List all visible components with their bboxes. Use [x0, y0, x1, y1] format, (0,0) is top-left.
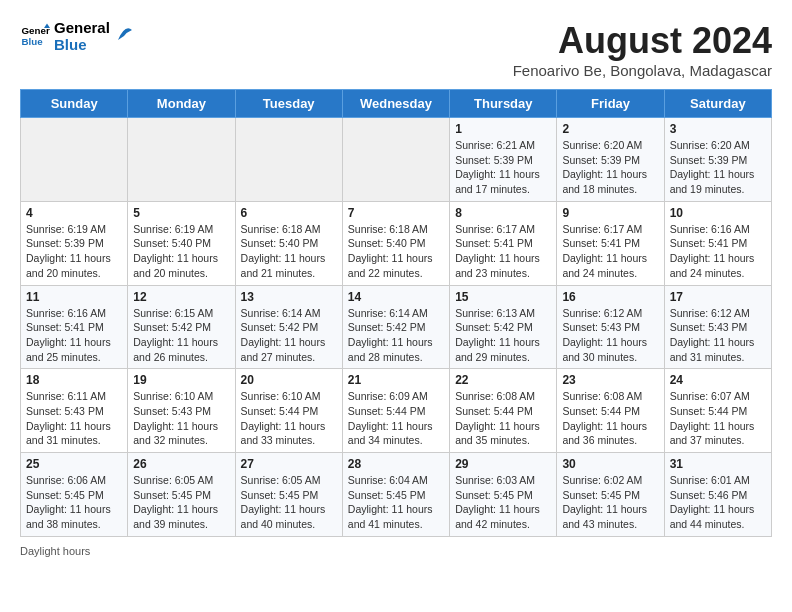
- calendar-cell: 14 Sunrise: 6:14 AM Sunset: 5:42 PM Dayl…: [342, 285, 449, 369]
- day-info: Sunrise: 6:01 AM Sunset: 5:46 PM Dayligh…: [670, 473, 766, 532]
- day-number: 29: [455, 457, 551, 471]
- calendar-cell: 16 Sunrise: 6:12 AM Sunset: 5:43 PM Dayl…: [557, 285, 664, 369]
- sunrise-label: Sunrise: 6:06 AM: [26, 474, 106, 486]
- day-info: Sunrise: 6:16 AM Sunset: 5:41 PM Dayligh…: [26, 306, 122, 365]
- daylight-info: Daylight: 11 hours and 40 minutes.: [241, 503, 326, 530]
- daylight-info: Daylight: 11 hours and 44 minutes.: [670, 503, 755, 530]
- logo-blue: Blue: [54, 37, 110, 54]
- sunrise-label: Sunrise: 6:20 AM: [670, 139, 750, 151]
- calendar-cell: 30 Sunrise: 6:02 AM Sunset: 5:45 PM Dayl…: [557, 453, 664, 537]
- day-number: 25: [26, 457, 122, 471]
- calendar-cell: 4 Sunrise: 6:19 AM Sunset: 5:39 PM Dayli…: [21, 201, 128, 285]
- sunrise-label: Sunrise: 6:02 AM: [562, 474, 642, 486]
- day-number: 6: [241, 206, 337, 220]
- day-info: Sunrise: 6:03 AM Sunset: 5:45 PM Dayligh…: [455, 473, 551, 532]
- logo-icon: General Blue: [20, 22, 50, 52]
- sunset-label: Sunset: 5:42 PM: [241, 321, 319, 333]
- daylight-info: Daylight: 11 hours and 20 minutes.: [133, 252, 218, 279]
- weekday-header: Friday: [557, 90, 664, 118]
- sunrise-label: Sunrise: 6:20 AM: [562, 139, 642, 151]
- day-number: 11: [26, 290, 122, 304]
- day-number: 28: [348, 457, 444, 471]
- calendar-cell: 1 Sunrise: 6:21 AM Sunset: 5:39 PM Dayli…: [450, 118, 557, 202]
- sunset-label: Sunset: 5:43 PM: [26, 405, 104, 417]
- calendar-cell: 2 Sunrise: 6:20 AM Sunset: 5:39 PM Dayli…: [557, 118, 664, 202]
- weekday-header: Monday: [128, 90, 235, 118]
- day-number: 8: [455, 206, 551, 220]
- sunset-label: Sunset: 5:45 PM: [241, 489, 319, 501]
- daylight-info: Daylight: 11 hours and 20 minutes.: [26, 252, 111, 279]
- sunset-label: Sunset: 5:43 PM: [133, 405, 211, 417]
- day-number: 22: [455, 373, 551, 387]
- sunrise-label: Sunrise: 6:13 AM: [455, 307, 535, 319]
- calendar-cell: [128, 118, 235, 202]
- calendar-cell: 31 Sunrise: 6:01 AM Sunset: 5:46 PM Dayl…: [664, 453, 771, 537]
- daylight-info: Daylight: 11 hours and 22 minutes.: [348, 252, 433, 279]
- day-info: Sunrise: 6:05 AM Sunset: 5:45 PM Dayligh…: [133, 473, 229, 532]
- sunrise-label: Sunrise: 6:19 AM: [26, 223, 106, 235]
- sunrise-label: Sunrise: 6:15 AM: [133, 307, 213, 319]
- calendar-cell: 10 Sunrise: 6:16 AM Sunset: 5:41 PM Dayl…: [664, 201, 771, 285]
- calendar-cell: 6 Sunrise: 6:18 AM Sunset: 5:40 PM Dayli…: [235, 201, 342, 285]
- calendar-cell: 8 Sunrise: 6:17 AM Sunset: 5:41 PM Dayli…: [450, 201, 557, 285]
- daylight-info: Daylight: 11 hours and 28 minutes.: [348, 336, 433, 363]
- sunset-label: Sunset: 5:41 PM: [670, 237, 748, 249]
- calendar-cell: 18 Sunrise: 6:11 AM Sunset: 5:43 PM Dayl…: [21, 369, 128, 453]
- day-info: Sunrise: 6:14 AM Sunset: 5:42 PM Dayligh…: [241, 306, 337, 365]
- daylight-info: Daylight: 11 hours and 25 minutes.: [26, 336, 111, 363]
- calendar-cell: 22 Sunrise: 6:08 AM Sunset: 5:44 PM Dayl…: [450, 369, 557, 453]
- daylight-info: Daylight: 11 hours and 17 minutes.: [455, 168, 540, 195]
- day-number: 5: [133, 206, 229, 220]
- sunrise-label: Sunrise: 6:09 AM: [348, 390, 428, 402]
- sunrise-label: Sunrise: 6:05 AM: [241, 474, 321, 486]
- calendar-cell: 23 Sunrise: 6:08 AM Sunset: 5:44 PM Dayl…: [557, 369, 664, 453]
- sunset-label: Sunset: 5:39 PM: [562, 154, 640, 166]
- sunset-label: Sunset: 5:44 PM: [241, 405, 319, 417]
- sunrise-label: Sunrise: 6:17 AM: [455, 223, 535, 235]
- footer: Daylight hours: [20, 545, 772, 557]
- weekday-header: Tuesday: [235, 90, 342, 118]
- sunrise-label: Sunrise: 6:04 AM: [348, 474, 428, 486]
- header: General Blue General Blue August 2024 Fe…: [20, 20, 772, 79]
- sunset-label: Sunset: 5:42 PM: [348, 321, 426, 333]
- sunrise-label: Sunrise: 6:19 AM: [133, 223, 213, 235]
- daylight-info: Daylight: 11 hours and 34 minutes.: [348, 420, 433, 447]
- sunset-label: Sunset: 5:43 PM: [562, 321, 640, 333]
- page-title: August 2024: [513, 20, 772, 62]
- day-info: Sunrise: 6:12 AM Sunset: 5:43 PM Dayligh…: [562, 306, 658, 365]
- sunrise-label: Sunrise: 6:21 AM: [455, 139, 535, 151]
- day-info: Sunrise: 6:15 AM Sunset: 5:42 PM Dayligh…: [133, 306, 229, 365]
- sunrise-label: Sunrise: 6:18 AM: [348, 223, 428, 235]
- sunset-label: Sunset: 5:45 PM: [562, 489, 640, 501]
- day-number: 1: [455, 122, 551, 136]
- daylight-info: Daylight: 11 hours and 38 minutes.: [26, 503, 111, 530]
- sunrise-label: Sunrise: 6:05 AM: [133, 474, 213, 486]
- sunset-label: Sunset: 5:40 PM: [133, 237, 211, 249]
- day-info: Sunrise: 6:13 AM Sunset: 5:42 PM Dayligh…: [455, 306, 551, 365]
- daylight-info: Daylight: 11 hours and 41 minutes.: [348, 503, 433, 530]
- day-info: Sunrise: 6:19 AM Sunset: 5:39 PM Dayligh…: [26, 222, 122, 281]
- sunset-label: Sunset: 5:42 PM: [455, 321, 533, 333]
- daylight-info: Daylight: 11 hours and 32 minutes.: [133, 420, 218, 447]
- day-info: Sunrise: 6:11 AM Sunset: 5:43 PM Dayligh…: [26, 389, 122, 448]
- calendar-cell: 24 Sunrise: 6:07 AM Sunset: 5:44 PM Dayl…: [664, 369, 771, 453]
- day-info: Sunrise: 6:04 AM Sunset: 5:45 PM Dayligh…: [348, 473, 444, 532]
- calendar-cell: 5 Sunrise: 6:19 AM Sunset: 5:40 PM Dayli…: [128, 201, 235, 285]
- sunrise-label: Sunrise: 6:03 AM: [455, 474, 535, 486]
- day-number: 10: [670, 206, 766, 220]
- day-info: Sunrise: 6:08 AM Sunset: 5:44 PM Dayligh…: [455, 389, 551, 448]
- day-number: 24: [670, 373, 766, 387]
- calendar-cell: 29 Sunrise: 6:03 AM Sunset: 5:45 PM Dayl…: [450, 453, 557, 537]
- logo-general: General: [54, 20, 110, 37]
- daylight-info: Daylight: 11 hours and 27 minutes.: [241, 336, 326, 363]
- sunrise-label: Sunrise: 6:14 AM: [348, 307, 428, 319]
- calendar-week-row: 4 Sunrise: 6:19 AM Sunset: 5:39 PM Dayli…: [21, 201, 772, 285]
- sunset-label: Sunset: 5:39 PM: [455, 154, 533, 166]
- day-info: Sunrise: 6:10 AM Sunset: 5:44 PM Dayligh…: [241, 389, 337, 448]
- sunset-label: Sunset: 5:44 PM: [455, 405, 533, 417]
- calendar-cell: 13 Sunrise: 6:14 AM Sunset: 5:42 PM Dayl…: [235, 285, 342, 369]
- calendar-cell: 25 Sunrise: 6:06 AM Sunset: 5:45 PM Dayl…: [21, 453, 128, 537]
- calendar-cell: 28 Sunrise: 6:04 AM Sunset: 5:45 PM Dayl…: [342, 453, 449, 537]
- day-info: Sunrise: 6:18 AM Sunset: 5:40 PM Dayligh…: [241, 222, 337, 281]
- calendar-cell: 26 Sunrise: 6:05 AM Sunset: 5:45 PM Dayl…: [128, 453, 235, 537]
